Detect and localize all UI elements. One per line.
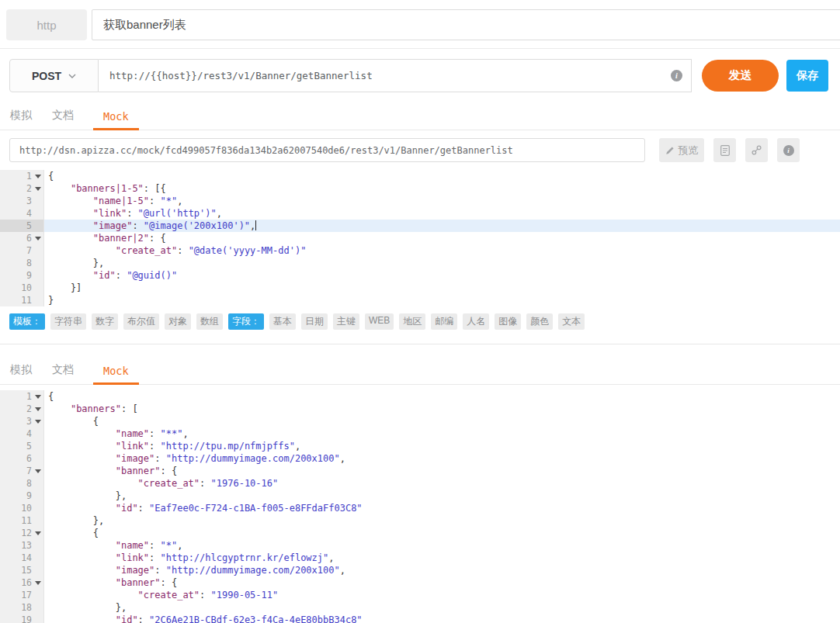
gutter-line[interactable]: 14: [0, 552, 43, 564]
gutter-line[interactable]: 2: [0, 182, 43, 195]
gutter-line[interactable]: 5: [0, 440, 43, 452]
code-line[interactable]: "banners|1-5": [{: [44, 182, 840, 195]
tag-数字[interactable]: 数字: [92, 313, 118, 330]
tag-字符串[interactable]: 字符串: [50, 313, 86, 330]
protocol-button[interactable]: http: [6, 9, 87, 40]
fold-icon[interactable]: [35, 420, 41, 424]
code-line[interactable]: "name": "*",: [44, 539, 840, 552]
gutter-line[interactable]: 11: [0, 294, 43, 306]
tag-地区[interactable]: 地区: [399, 313, 425, 330]
gutter-line[interactable]: 6: [0, 232, 43, 244]
code-line[interactable]: "link": "@url('http')",: [44, 207, 840, 220]
code-line[interactable]: {: [44, 527, 840, 539]
code-line[interactable]: "image": "http://dummyimage.com/200x100"…: [44, 564, 840, 576]
tab-文档[interactable]: 文档: [51, 109, 75, 130]
code-line[interactable]: {: [44, 390, 840, 403]
fold-icon[interactable]: [35, 531, 41, 535]
code-line[interactable]: {: [44, 415, 840, 427]
save-button[interactable]: 保存: [786, 60, 828, 92]
tab-文档[interactable]: 文档: [51, 363, 75, 384]
code-line[interactable]: },: [44, 490, 840, 502]
gutter-line[interactable]: 10: [0, 282, 43, 294]
code-line[interactable]: "create_at": "1976-10-16": [44, 477, 840, 490]
editor-code-area[interactable]: { "banners|1-5": [{ "name|1-5": "*", "li…: [43, 170, 840, 306]
tag-主键[interactable]: 主键: [333, 313, 359, 330]
tag-WEB[interactable]: WEB: [365, 313, 394, 330]
code-line[interactable]: "banner|2": {: [44, 232, 840, 244]
link-button[interactable]: [745, 138, 768, 162]
fold-cell[interactable]: [32, 390, 43, 403]
gutter-line[interactable]: 6: [0, 452, 43, 465]
code-line[interactable]: "banner": {: [44, 465, 840, 477]
fold-cell[interactable]: [32, 170, 43, 182]
code-line[interactable]: "image": "@image('200x100')",: [44, 220, 840, 232]
fold-icon[interactable]: [35, 237, 41, 241]
gutter-line[interactable]: 3: [0, 195, 43, 207]
gutter-line[interactable]: 7: [0, 465, 43, 477]
tab-Mock[interactable]: Mock: [93, 110, 139, 130]
tag-日期[interactable]: 日期: [301, 313, 328, 330]
mock-url-input[interactable]: [9, 138, 645, 162]
tag-字段[interactable]: 字段：: [228, 313, 264, 330]
tag-颜色[interactable]: 颜色: [526, 313, 553, 330]
gutter-line[interactable]: 5: [0, 220, 43, 232]
fold-icon[interactable]: [35, 581, 41, 585]
code-line[interactable]: "banners": [: [44, 403, 840, 415]
code-line[interactable]: {: [44, 170, 840, 182]
info-icon[interactable]: i: [671, 70, 682, 81]
gutter-line[interactable]: 16: [0, 576, 43, 589]
gutter-line[interactable]: 18: [0, 601, 43, 614]
send-button[interactable]: 发送: [702, 60, 779, 92]
code-line[interactable]: },: [44, 257, 840, 269]
gutter-line[interactable]: 11: [0, 514, 43, 527]
code-line[interactable]: "id": "@guid()": [44, 269, 840, 282]
fold-cell[interactable]: [32, 403, 43, 415]
tag-数组[interactable]: 数组: [196, 313, 223, 330]
tab-模拟[interactable]: 模拟: [9, 363, 33, 384]
gutter-line[interactable]: 17: [0, 589, 43, 601]
fold-cell[interactable]: [32, 182, 43, 195]
code-line[interactable]: "name|1-5": "*",: [44, 195, 840, 207]
mock-template-editor[interactable]: 1234567891011{ "banners|1-5": [{ "name|1…: [0, 169, 840, 307]
code-line[interactable]: "id": "Eaf7ee0c-F724-c1BA-f005-e8FFdaFf0…: [44, 502, 840, 514]
fold-icon[interactable]: [35, 469, 41, 473]
editor-code-area[interactable]: { "banners": [ { "name": "**", "link": "…: [43, 390, 840, 623]
gutter-line[interactable]: 13: [0, 539, 43, 552]
tag-对象[interactable]: 对象: [165, 313, 191, 330]
method-select[interactable]: POST: [9, 59, 99, 92]
gutter-line[interactable]: 9: [0, 490, 43, 502]
fold-icon[interactable]: [35, 175, 41, 178]
fold-cell[interactable]: [32, 415, 43, 427]
api-name-input[interactable]: [92, 9, 840, 40]
request-url-input[interactable]: [99, 59, 692, 92]
gutter-line[interactable]: 10: [0, 502, 43, 514]
mock-result-editor[interactable]: 1234567891011121314151617181920{ "banner…: [0, 390, 840, 623]
gutter-line[interactable]: 1: [0, 170, 43, 182]
gutter-line[interactable]: 12: [0, 527, 43, 539]
gutter-line[interactable]: 8: [0, 257, 43, 269]
tag-布尔值[interactable]: 布尔值: [123, 313, 159, 330]
code-line[interactable]: },: [44, 514, 840, 527]
tag-基本[interactable]: 基本: [269, 313, 296, 330]
code-line[interactable]: },: [44, 601, 840, 614]
gutter-line[interactable]: 7: [0, 244, 43, 257]
gutter-line[interactable]: 1: [0, 390, 43, 403]
gutter-line[interactable]: 15: [0, 564, 43, 576]
fold-icon[interactable]: [35, 407, 41, 411]
fold-icon[interactable]: [35, 395, 41, 399]
document-button[interactable]: [713, 138, 736, 162]
code-line[interactable]: "name": "**",: [44, 427, 840, 440]
fold-icon[interactable]: [35, 187, 41, 191]
fold-cell[interactable]: [32, 232, 43, 244]
code-line[interactable]: "link": "http://tpu.mp/nfmjpffs",: [44, 440, 840, 452]
code-line[interactable]: }: [44, 294, 840, 306]
code-line[interactable]: "banner": {: [44, 576, 840, 589]
gutter-line[interactable]: 3: [0, 415, 43, 427]
gutter-line[interactable]: 2: [0, 403, 43, 415]
tag-模板[interactable]: 模板：: [9, 313, 45, 330]
fold-cell[interactable]: [32, 527, 43, 539]
gutter-line[interactable]: 9: [0, 269, 43, 282]
info-button[interactable]: i: [777, 138, 800, 162]
preview-button[interactable]: 预览: [659, 138, 704, 162]
tab-Mock[interactable]: Mock: [93, 365, 139, 385]
